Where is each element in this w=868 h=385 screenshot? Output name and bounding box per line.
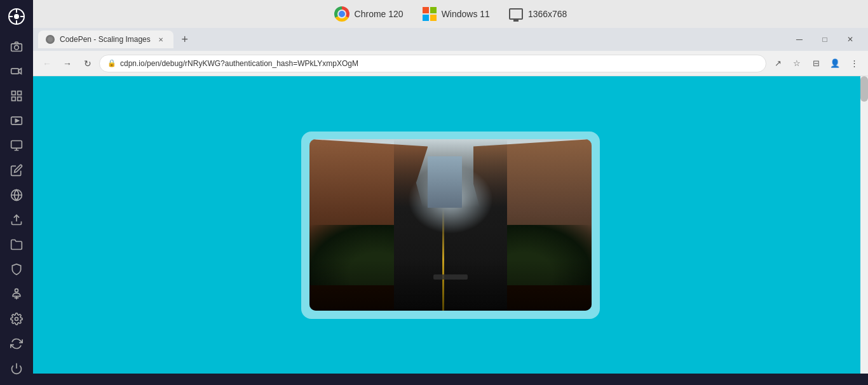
share-button[interactable]: ↗ — [769, 55, 787, 72]
svg-rect-14 — [11, 140, 22, 148]
city-tall-building — [428, 156, 461, 208]
main-area: Chrome 120 Windows 11 1366x768 CodePen -… — [33, 0, 868, 385]
win-icon-q1 — [423, 7, 429, 13]
tab-title: CodePen - Scaling Images — [60, 35, 151, 44]
sidebar-icon-shield[interactable] — [5, 259, 28, 281]
win-icon-q4 — [430, 15, 437, 21]
browser-titlebar: CodePen - Scaling Images ✕ + — [33, 28, 868, 51]
browser-close-button[interactable] — [837, 28, 863, 51]
svg-rect-8 — [11, 68, 19, 73]
sidebar-icon-person[interactable] — [5, 283, 28, 306]
browser-bottom-bar — [33, 374, 868, 385]
browser-maximize-button[interactable] — [812, 28, 837, 51]
sidebar-icon-power[interactable] — [5, 358, 28, 380]
sidebar-logo[interactable] — [5, 5, 28, 27]
sidebar-icon-camera[interactable] — [5, 35, 28, 57]
address-text: cdpn.io/pen/debug/rNRyKWG?authentication… — [120, 59, 758, 68]
chrome-icon — [334, 6, 349, 22]
resolution-info: 1366x768 — [509, 8, 567, 20]
svg-point-1 — [14, 14, 19, 19]
sidebar-icon-monitor[interactable] — [5, 134, 28, 156]
tab-close-button[interactable]: ✕ — [156, 34, 166, 44]
address-bar[interactable]: 🔒 cdpn.io/pen/debug/rNRyKWG?authenticati… — [99, 55, 766, 72]
windows-info: Windows 11 — [423, 7, 490, 21]
sidebar-icon-globe[interactable] — [5, 184, 28, 206]
browser-content — [33, 76, 868, 374]
svg-rect-11 — [12, 97, 16, 100]
windows-icon — [423, 7, 437, 21]
minimize-icon — [796, 34, 803, 44]
browser-tabs: CodePen - Scaling Images ✕ + — [38, 30, 787, 48]
city-car — [433, 274, 467, 280]
sidebar-icon-video[interactable] — [5, 60, 28, 82]
scrollbar-thumb[interactable] — [860, 76, 868, 102]
screen-icon — [509, 8, 523, 20]
svg-rect-10 — [18, 91, 22, 95]
windows-label: Windows 11 — [442, 9, 490, 19]
chrome-label: Chrome 120 — [355, 9, 403, 19]
toolbar-actions: ↗ ☆ ⊟ 👤 ⋮ — [769, 55, 863, 72]
svg-point-7 — [15, 45, 19, 50]
close-icon — [847, 35, 853, 44]
browser-tab-active[interactable]: CodePen - Scaling Images ✕ — [38, 30, 173, 48]
browser-window-controls — [787, 28, 863, 51]
sidebar-toggle-button[interactable]: ⊟ — [807, 55, 825, 72]
win-icon-q3 — [423, 15, 429, 21]
chrome-info: Chrome 120 — [334, 6, 403, 22]
svg-point-20 — [15, 318, 18, 321]
sidebar-icon-settings[interactable] — [5, 308, 28, 330]
refresh-button[interactable]: ↻ — [79, 55, 97, 72]
image-container — [301, 132, 600, 319]
city-overlay-dark — [309, 259, 592, 311]
new-tab-button[interactable]: + — [176, 30, 194, 48]
profile-button[interactable]: 👤 — [826, 55, 844, 72]
menu-button[interactable]: ⋮ — [845, 55, 863, 72]
sidebar-icon-sync[interactable] — [5, 333, 28, 355]
browser-window: CodePen - Scaling Images ✕ + ← → — [33, 28, 868, 385]
browser-scrollbar[interactable] — [860, 76, 868, 374]
maximize-icon — [822, 35, 827, 44]
city-image — [309, 139, 592, 311]
tab-favicon — [46, 35, 55, 44]
sidebar-icon-media[interactable] — [5, 109, 28, 132]
top-bar: Chrome 120 Windows 11 1366x768 — [33, 0, 868, 28]
sidebar-icon-grid[interactable] — [5, 84, 28, 107]
sidebar-icon-upload[interactable] — [5, 209, 28, 231]
resolution-label: 1366x768 — [528, 9, 567, 19]
win-icon-q2 — [430, 7, 437, 13]
sidebar — [0, 0, 33, 385]
browser-toolbar: ← → ↻ 🔒 cdpn.io/pen/debug/rNRyKWG?authen… — [33, 51, 868, 76]
svg-rect-9 — [12, 91, 16, 95]
forward-button[interactable]: → — [58, 55, 76, 72]
bookmark-button[interactable]: ☆ — [788, 55, 806, 72]
back-button[interactable]: ← — [38, 55, 56, 72]
svg-rect-12 — [18, 97, 22, 100]
lock-icon: 🔒 — [107, 59, 116, 67]
svg-point-17 — [15, 289, 18, 292]
sidebar-icon-folder[interactable] — [5, 234, 28, 256]
browser-minimize-button[interactable] — [787, 28, 812, 51]
sidebar-icon-edit[interactable] — [5, 159, 28, 181]
